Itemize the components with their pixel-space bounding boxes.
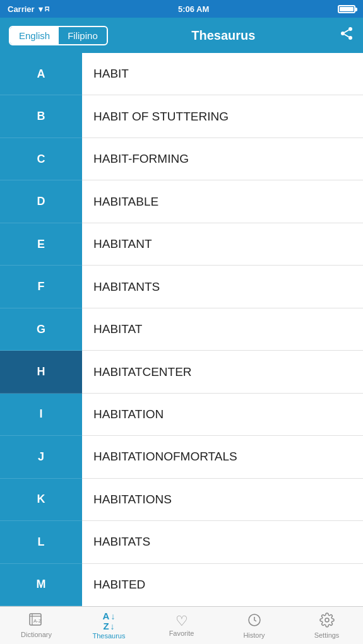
word-item[interactable]: HABITANT [82,223,363,266]
battery-icon [338,5,355,13]
settings-icon [319,612,335,630]
alpha-item-m[interactable]: M [0,564,82,606]
word-item[interactable]: HABITATIONS [82,479,363,521]
tab-history[interactable]: History [218,607,290,644]
svg-text:A-Z: A-Z [33,618,42,624]
alpha-item-b[interactable]: B [0,95,82,138]
tab-settings[interactable]: Settings [290,607,363,644]
tab-favorite-label: Favorite [169,629,194,637]
settings-svg [319,612,335,628]
tab-bar: A-Z Dictionary A ↓ Z ↓ Thesaurus ♡ Favor… [0,606,363,644]
header: English Filipino Thesaurus [0,18,363,53]
filipino-lang-button[interactable]: Filipino [59,27,107,44]
history-svg [247,612,262,628]
history-icon [247,612,262,630]
list-container: ABCDEFGHIJKLM HABITHABIT OF STUTTERINGHA… [0,53,363,606]
tab-thesaurus-label: Thesaurus [93,632,126,640]
alphabet-sidebar: ABCDEFGHIJKLM [0,53,82,606]
word-item[interactable]: HABITED [82,564,363,606]
wifi-icon: ▾ ʭ [39,4,50,14]
alpha-item-e[interactable]: E [0,223,82,266]
dictionary-svg: A-Z [28,613,45,627]
tab-favorite[interactable]: ♡ Favorite [145,607,218,644]
svg-point-2 [348,36,352,40]
word-item[interactable]: HABITATCENTER [82,351,363,393]
word-item[interactable]: HABITATION [82,394,363,436]
alpha-item-j[interactable]: J [0,436,82,478]
header-title: Thesaurus [116,28,331,43]
alpha-item-f[interactable]: F [0,266,82,308]
down-arrow2: ↓ [110,622,115,631]
alpha-item-d[interactable]: D [0,180,82,223]
tab-history-label: History [243,631,265,639]
status-bar: Carrier ▾ ʭ 5:06 AM [0,0,363,18]
svg-line-3 [345,35,349,37]
share-button[interactable] [339,26,354,45]
tab-dictionary[interactable]: A-Z Dictionary [0,607,73,644]
svg-point-1 [341,32,345,35]
time-text: 5:06 AM [178,4,209,14]
word-item[interactable]: HABIT-FORMING [82,138,363,180]
tab-settings-label: Settings [314,631,340,639]
word-item[interactable]: HABITATS [82,521,363,563]
alpha-item-a[interactable]: A [0,53,82,95]
carrier-text: Carrier [8,4,35,14]
word-list: HABITHABIT OF STUTTERINGHABIT-FORMINGHAB… [82,53,363,606]
svg-point-0 [348,27,352,31]
alpha-item-c[interactable]: C [0,138,82,180]
down-arrow: ↓ [110,612,115,621]
word-item[interactable]: HABIT OF STUTTERING [82,95,363,138]
az-row: A ↓ [103,611,116,621]
az-row2: Z ↓ [103,621,114,631]
word-item[interactable]: HABITANTS [82,266,363,308]
a-letter: A [103,611,110,621]
alpha-item-g[interactable]: G [0,308,82,351]
alpha-item-l[interactable]: L [0,521,82,563]
word-item[interactable]: HABITABLE [82,180,363,223]
favorite-icon: ♡ [176,614,188,628]
content-area: ABCDEFGHIJKLM HABITHABIT OF STUTTERINGHA… [0,53,363,606]
word-item[interactable]: HABIT [82,53,363,95]
word-item[interactable]: HABITAT [82,308,363,351]
thesaurus-icon: A ↓ Z ↓ [103,611,116,631]
z-letter: Z [103,621,109,631]
share-icon [339,26,354,41]
tab-dictionary-label: Dictionary [21,631,52,638]
svg-line-4 [345,30,349,33]
alpha-item-k[interactable]: K [0,479,82,521]
tab-thesaurus[interactable]: A ↓ Z ↓ Thesaurus [73,607,145,644]
dictionary-icon: A-Z [28,613,45,629]
word-item[interactable]: HABITATIONOFMORTALS [82,436,363,478]
language-toggle: English Filipino [9,26,108,45]
svg-point-10 [325,618,329,622]
alpha-item-h[interactable]: H [0,351,82,393]
battery-fill [340,7,354,11]
status-left: Carrier ▾ ʭ [8,4,49,14]
alpha-item-i[interactable]: I [0,394,82,436]
english-lang-button[interactable]: English [10,27,59,44]
